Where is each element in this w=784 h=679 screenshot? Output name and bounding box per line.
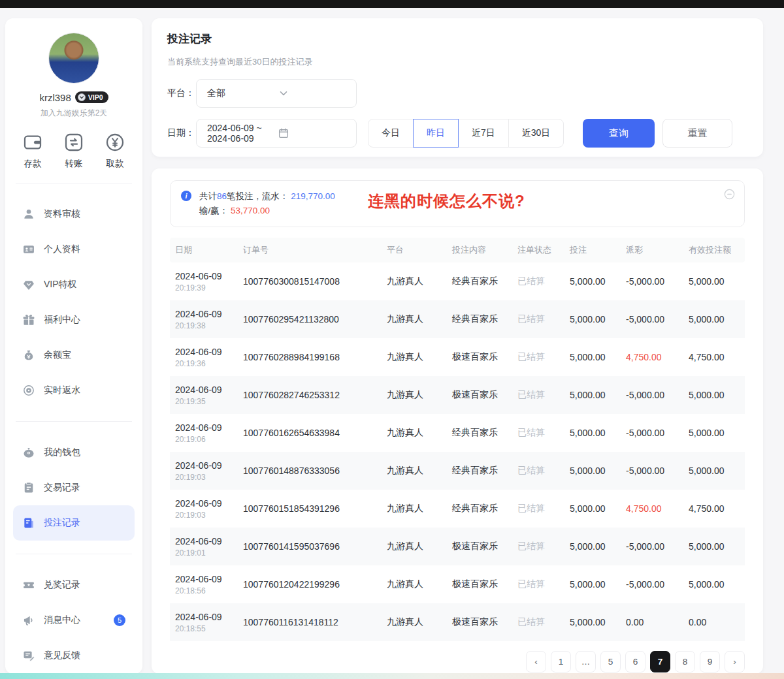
cell-platform: 九游真人 bbox=[387, 503, 452, 514]
sidebar-item-label: 实时返水 bbox=[44, 385, 80, 396]
sidebar-item-yuebao[interactable]: 余额宝 bbox=[13, 338, 135, 373]
cell-status: 已结算 bbox=[517, 427, 570, 439]
cell-order: 1007760148876333056 bbox=[243, 466, 387, 476]
cell-content: 经典百家乐 bbox=[452, 465, 517, 477]
range-button-4[interactable]: 近30日 bbox=[508, 119, 564, 148]
table-row: 2024-06-0920:19:351007760282746253312九游真… bbox=[170, 376, 745, 414]
cell-order: 1007760282746253312 bbox=[243, 390, 387, 400]
cell-date: 2024-06-0920:19:03 bbox=[175, 498, 243, 520]
page-button-8[interactable]: 8 bbox=[675, 651, 695, 672]
page-button-9[interactable]: 9 bbox=[700, 651, 720, 672]
sidebar-item-welfare-center[interactable]: 福利中心 bbox=[13, 302, 135, 338]
page-button-5[interactable]: 5 bbox=[600, 651, 621, 672]
cell-platform: 九游真人 bbox=[387, 389, 452, 401]
sidebar-item-feedback[interactable]: 意见反馈 bbox=[13, 638, 135, 673]
page-button-7[interactable]: 7 bbox=[650, 651, 670, 672]
prev-page-button[interactable]: ‹ bbox=[526, 651, 546, 672]
transfer-icon bbox=[63, 132, 84, 153]
date-value: 2024-06-09 bbox=[175, 422, 243, 433]
cell-payout: -5,000.00 bbox=[626, 466, 689, 476]
quick-action-transfer[interactable]: 转账 bbox=[63, 132, 84, 170]
date-value: 2024-06-09 bbox=[175, 309, 243, 319]
table-row: 2024-06-0920:19:031007760148876333056九游真… bbox=[170, 452, 745, 490]
page-title: 投注记录 bbox=[167, 31, 747, 46]
sidebar-item-prize-records[interactable]: 兑奖记录 bbox=[13, 567, 135, 603]
sidebar-item-realtime-rebate[interactable]: 实时返水 bbox=[13, 373, 135, 408]
gift-icon bbox=[22, 313, 35, 326]
cell-status: 已结算 bbox=[517, 389, 570, 401]
cell-date: 2024-06-0920:19:06 bbox=[175, 422, 243, 444]
time-value: 20:18:55 bbox=[175, 624, 243, 633]
cell-bet: 5,000.00 bbox=[570, 541, 626, 552]
cell-content: 经典百家乐 bbox=[452, 313, 517, 325]
cell-bet: 5,000.00 bbox=[570, 314, 626, 324]
cell-status: 已结算 bbox=[517, 276, 570, 287]
date-value: 2024-06-09 bbox=[175, 498, 243, 509]
cell-payout: -5,000.00 bbox=[626, 390, 689, 400]
quick-action-withdraw[interactable]: 取款 bbox=[105, 132, 125, 170]
platform-select[interactable]: 全部 bbox=[196, 79, 357, 108]
money-bag-icon bbox=[22, 349, 35, 362]
winloss-value: 53,770.00 bbox=[231, 206, 270, 215]
sidebar-item-betting-records[interactable]: 投注记录 bbox=[13, 505, 135, 541]
edit-icon bbox=[22, 649, 35, 662]
table-header: 日期订单号平台投注内容注单状态投注派彩有效投注额 bbox=[170, 238, 745, 262]
next-page-button[interactable]: › bbox=[725, 651, 745, 672]
sidebar-item-my-wallet[interactable]: 我的钱包 bbox=[13, 435, 135, 470]
vip-badge: VIP0 bbox=[75, 91, 108, 103]
date-range-input[interactable]: 2024-06-09 ~ 2024-06-09 bbox=[196, 119, 357, 148]
bet-record-icon bbox=[22, 516, 35, 529]
cell-status: 已结算 bbox=[517, 616, 570, 628]
collapse-summary-icon[interactable] bbox=[723, 188, 736, 200]
cell-bet: 5,000.00 bbox=[570, 390, 626, 400]
cell-content: 极速百家乐 bbox=[452, 541, 517, 552]
cell-bet: 5,000.00 bbox=[570, 466, 626, 476]
cell-order: 1007760141595037696 bbox=[243, 541, 387, 552]
quick-action-deposit[interactable]: 存款 bbox=[22, 132, 43, 170]
date-value: 2024-06-09 bbox=[175, 347, 243, 357]
sidebar-item-message-center[interactable]: 消息中心5 bbox=[13, 603, 135, 638]
range-button-1[interactable]: 今日 bbox=[368, 119, 414, 148]
sidebar-menu: 资料审核个人资料VIP特权福利中心余额宝实时返水我的钱包交易记录投注记录兑奖记录… bbox=[5, 197, 142, 674]
cell-platform: 九游真人 bbox=[387, 427, 452, 439]
cell-valid: 5,000.00 bbox=[689, 314, 745, 324]
sidebar-divider bbox=[16, 183, 132, 183]
cell-payout: 4,750.00 bbox=[626, 503, 689, 514]
sidebar-item-personal-info[interactable]: 个人资料 bbox=[13, 232, 135, 267]
cell-valid: 4,750.00 bbox=[689, 352, 745, 362]
cell-payout: -5,000.00 bbox=[626, 579, 689, 590]
cell-content: 极速百家乐 bbox=[452, 616, 517, 628]
range-button-2[interactable]: 昨日 bbox=[413, 119, 459, 148]
sidebar-item-profile-audit[interactable]: 资料审核 bbox=[13, 197, 135, 232]
platform-select-value: 全部 bbox=[207, 87, 278, 99]
cell-bet: 5,000.00 bbox=[570, 428, 626, 438]
time-value: 20:19:35 bbox=[175, 397, 243, 406]
diamond-icon bbox=[22, 278, 35, 291]
notification-badge: 5 bbox=[114, 614, 125, 626]
table-body: 2024-06-0920:19:391007760300815147008九游真… bbox=[170, 262, 745, 641]
time-value: 20:19:06 bbox=[175, 435, 243, 444]
sidebar-item-label: 交易记录 bbox=[44, 482, 80, 494]
query-button[interactable]: 查询 bbox=[583, 119, 655, 148]
page-button-1[interactable]: 1 bbox=[551, 651, 571, 672]
ticket-icon bbox=[22, 578, 35, 592]
cell-content: 经典百家乐 bbox=[452, 503, 517, 514]
sidebar-item-transaction-records[interactable]: 交易记录 bbox=[13, 470, 135, 505]
piggy-bank-icon bbox=[22, 446, 35, 459]
range-button-3[interactable]: 近7日 bbox=[458, 119, 509, 148]
date-value: 2024-06-09 bbox=[175, 536, 243, 546]
cell-content: 极速百家乐 bbox=[452, 578, 517, 590]
sidebar-item-vip-privilege[interactable]: VIP特权 bbox=[13, 267, 135, 302]
cell-platform: 九游真人 bbox=[387, 313, 452, 325]
table-row: 2024-06-0920:19:031007760151854391296九游真… bbox=[170, 490, 745, 528]
time-value: 20:19:01 bbox=[175, 548, 243, 558]
table-row: 2024-06-0920:19:381007760295421132800九游真… bbox=[170, 300, 745, 338]
cell-order: 1007760116131418112 bbox=[243, 617, 387, 627]
header-card: 投注记录 当前系统支持查询最近30日的投注记录 平台： 全部 日期： 2024-… bbox=[152, 18, 763, 157]
cell-platform: 九游真人 bbox=[387, 276, 452, 287]
cell-date: 2024-06-0920:19:03 bbox=[175, 460, 243, 482]
cell-status: 已结算 bbox=[517, 351, 570, 363]
reset-button[interactable]: 重置 bbox=[662, 119, 732, 148]
page-button-6[interactable]: 6 bbox=[625, 651, 645, 672]
time-value: 20:19:36 bbox=[175, 359, 243, 368]
